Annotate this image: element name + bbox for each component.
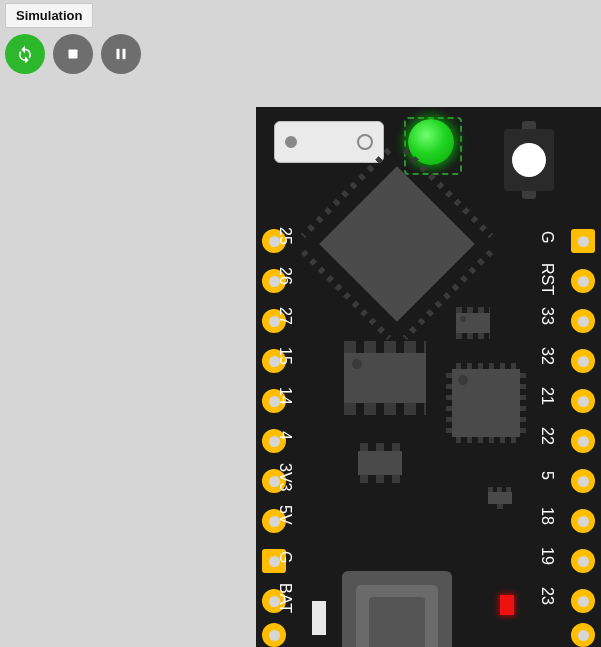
pin-label-5v: 5V xyxy=(276,505,294,525)
pin-label-4: 4 xyxy=(276,431,294,440)
svg-rect-0 xyxy=(69,50,78,59)
pin-label-23: 23 xyxy=(538,587,556,605)
pin-label-25: 25 xyxy=(276,227,294,245)
board-pin-23[interactable] xyxy=(571,589,595,613)
board-pin-rst[interactable] xyxy=(571,269,595,293)
board-bat-connector xyxy=(312,601,326,635)
board-mount-hole-br xyxy=(571,623,595,647)
pin-label-19: 19 xyxy=(538,547,556,565)
esp32-dev-board[interactable]: 25 26 27 15 14 4 3V3 5V G BAT G RST 33 3… xyxy=(256,107,601,647)
mcu-leads xyxy=(328,175,466,313)
pin-label-g-l: G xyxy=(276,551,294,563)
simulation-tab[interactable]: Simulation xyxy=(5,3,93,28)
pause-button[interactable] xyxy=(101,34,141,74)
pin-label-32: 32 xyxy=(538,347,556,365)
board-pin-18[interactable] xyxy=(571,509,595,533)
board-chip-small-2 xyxy=(358,443,402,483)
board-pin-33[interactable] xyxy=(571,309,595,333)
board-chip-small-1 xyxy=(456,307,490,339)
board-usb-inner2 xyxy=(369,597,425,647)
svg-rect-1 xyxy=(117,49,120,60)
simulation-tab-label: Simulation xyxy=(16,8,82,23)
simulation-controls xyxy=(5,34,141,74)
board-pin-19[interactable] xyxy=(571,549,595,573)
board-reset-button[interactable] xyxy=(504,129,554,191)
pin-label-bat: BAT xyxy=(276,583,294,613)
board-mount-hole-bl xyxy=(262,623,286,647)
restart-icon xyxy=(16,45,34,63)
board-chip-8pin xyxy=(344,341,426,415)
pin-label-3v3: 3V3 xyxy=(276,463,294,491)
pin-label-21: 21 xyxy=(538,387,556,405)
board-pin-g-right[interactable] xyxy=(571,229,595,253)
board-pin-22[interactable] xyxy=(571,429,595,453)
stop-button[interactable] xyxy=(53,34,93,74)
board-pin-32[interactable] xyxy=(571,349,595,373)
board-pin-21[interactable] xyxy=(571,389,595,413)
board-pin-5[interactable] xyxy=(571,469,595,493)
pin-label-14: 14 xyxy=(276,387,294,405)
pin-label-33: 33 xyxy=(538,307,556,325)
pin-label-26: 26 xyxy=(276,267,294,285)
power-led xyxy=(500,595,514,615)
board-chip-qfn xyxy=(446,363,526,443)
restart-button[interactable] xyxy=(5,34,45,74)
pin-label-18: 18 xyxy=(538,507,556,525)
pin-label-g-r: G xyxy=(538,231,556,243)
pin-label-22: 22 xyxy=(538,427,556,445)
stop-icon xyxy=(64,45,82,63)
pause-icon xyxy=(112,45,130,63)
pin-label-5: 5 xyxy=(538,471,556,480)
pin-label-27: 27 xyxy=(276,307,294,325)
pin-label-15: 15 xyxy=(276,347,294,365)
board-chip-tiny xyxy=(488,487,512,509)
board-antenna-module xyxy=(274,121,384,163)
svg-rect-2 xyxy=(123,49,126,60)
pin-label-rst: RST xyxy=(538,263,556,295)
